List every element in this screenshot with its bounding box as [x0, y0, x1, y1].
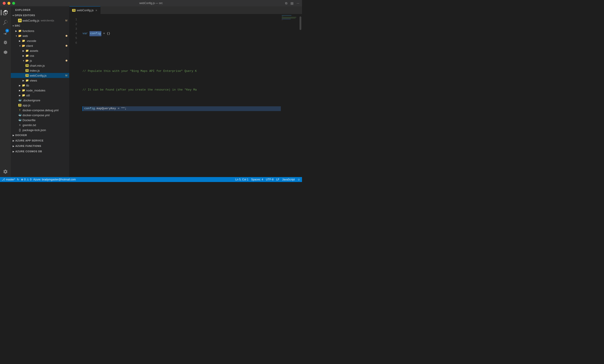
split-editor-icon[interactable]: ⧉ — [285, 1, 287, 5]
tree-dockerfile[interactable]: 🐳 Dockerfile — [11, 118, 69, 122]
webconfig-badge: M — [65, 74, 67, 77]
tab-js-icon: JS — [72, 9, 76, 12]
tree-app-js[interactable]: JS app.js — [11, 103, 69, 108]
status-language[interactable]: JavaScript — [282, 178, 295, 181]
activity-search[interactable] — [1, 18, 10, 27]
docker-section[interactable]: ▶ DOCKER — [11, 133, 69, 138]
client-arrow: ▾ — [18, 44, 22, 48]
tree-assets[interactable]: ▶ 📁 assets — [11, 48, 69, 53]
tree-util[interactable]: ▶ 📁 util — [11, 93, 69, 98]
tree-web[interactable]: ▾ 📂 web — [11, 33, 69, 38]
code-editor[interactable]: var config = {} // Populate this with yo… — [81, 14, 281, 177]
assign-empty: = {} — [101, 31, 110, 36]
activity-source-control[interactable]: 6 — [1, 28, 10, 37]
tab-close-button[interactable]: × — [95, 8, 98, 12]
azure-app-service-section[interactable]: ▶ AZURE APP SERVICE — [11, 138, 69, 143]
app-body: 6 Explorer ▾ Open Editors — [0, 6, 302, 177]
scrollbar-thumb[interactable] — [300, 16, 301, 30]
package-lock-icon: {} — [18, 128, 22, 132]
tree-node-modules[interactable]: ▶ 📁 node_modules — [11, 88, 69, 93]
app-js-icon: JS — [18, 103, 22, 107]
azure-func-label: AZURE FUNCTIONS — [15, 145, 41, 147]
docker-debug-icon: ! — [18, 108, 22, 112]
line-num-2: 2 — [69, 22, 77, 27]
azure-cosmos-label: AZURE COSMOS DB — [15, 150, 42, 153]
views-label: views — [30, 79, 37, 82]
lib-arrow: ▶ — [18, 84, 22, 87]
src-section[interactable]: ▾ SRC — [11, 23, 69, 28]
status-branch[interactable]: ⎇ master* — [2, 178, 15, 181]
more-actions-icon[interactable]: ··· — [297, 1, 299, 5]
maximize-button[interactable] — [12, 2, 15, 5]
util-folder-icon: 📁 — [22, 94, 25, 97]
azure-cosmos-section[interactable]: ▶ AZURE COSMOS DB — [11, 149, 69, 154]
src-label: SRC — [15, 24, 20, 27]
tree-dockerignore[interactable]: 🐳 .dockerignore — [11, 98, 69, 103]
open-editors-section[interactable]: ▾ Open Editors — [11, 12, 69, 18]
azure-cosmos-arrow: ▶ — [13, 150, 14, 153]
azure-app-arrow: ▶ — [13, 139, 14, 142]
tree-css[interactable]: ▶ 📁 css — [11, 53, 69, 58]
status-azure[interactable]: Azure: bradymgaster@hotmail.com — [33, 178, 76, 181]
tree-views[interactable]: ▶ 📁 views — [11, 78, 69, 83]
functions-folder-icon: 📁 — [18, 29, 22, 33]
js-badge — [66, 60, 67, 61]
activity-explorer[interactable] — [1, 8, 10, 17]
chart-js-label: chart.min.js — [30, 64, 45, 67]
activity-settings[interactable] — [1, 167, 10, 176]
activity-debug[interactable] — [1, 38, 10, 47]
status-position[interactable]: Ln 5, Col 1 — [235, 178, 248, 181]
editor-content[interactable]: 1 2 3 4 5 6 var config = {} // Populate … — [69, 14, 302, 177]
status-smiley[interactable]: ☺ — [298, 178, 300, 181]
traffic-lights[interactable] — [3, 2, 15, 5]
tree-webconfig-js[interactable]: JS webConfig.js M — [11, 73, 69, 78]
css-arrow: ▶ — [22, 54, 25, 57]
tree-lib[interactable]: ▶ 📁 lib — [11, 83, 69, 88]
titlebar-actions: ⧉ ▤ ··· — [285, 1, 299, 5]
assets-arrow: ▶ — [22, 49, 25, 52]
sync-icon: ↻ — [17, 178, 19, 181]
azure-functions-section[interactable]: ▶ AZURE FUNCTIONS — [11, 143, 69, 149]
tree-chart-min-js[interactable]: JS chart.min.js — [11, 63, 69, 68]
branch-icon: ⎇ — [2, 178, 5, 181]
editor-scrollbar[interactable] — [299, 14, 302, 177]
error-count: 0 — [24, 178, 26, 181]
tab-webconfig[interactable]: JS webConfig.js × — [69, 6, 101, 14]
position-label: Ln 5, Col 1 — [235, 178, 248, 181]
vscode-label: .vscode — [26, 39, 36, 43]
package-lock-label: package-lock.json — [23, 128, 46, 132]
tree-index-js[interactable]: JS index.js — [11, 68, 69, 73]
sidebar-header: Explorer — [11, 6, 69, 12]
client-label: client — [26, 44, 33, 48]
titlebar: webConfig.js — src ⧉ ▤ ··· — [0, 0, 302, 6]
comment-line-4: // It can be found (after you create the… — [83, 88, 197, 92]
dockerignore-label: .dockerignore — [23, 99, 40, 102]
status-sync[interactable]: ↻ — [17, 178, 19, 181]
status-errors[interactable]: ⊗ 0 ⚠ 0 — [21, 178, 31, 181]
tree-gremlin[interactable]: ≡ gremlin.txt — [11, 122, 69, 127]
tree-functions[interactable]: ▶ 📁 functions — [11, 28, 69, 33]
minimize-button[interactable] — [7, 2, 10, 5]
tree-docker-compose-debug[interactable]: ! docker-compose.debug.yml — [11, 108, 69, 113]
minimap-line-6 — [282, 20, 283, 20]
layout-icon[interactable]: ▤ — [290, 1, 293, 5]
open-file-name: webConfig.js — [23, 19, 39, 22]
client-folder-icon: 📂 — [22, 44, 25, 48]
tree-client[interactable]: ▾ 📂 client — [11, 43, 69, 48]
chart-js-icon: JS — [25, 64, 29, 67]
tab-bar: JS webConfig.js × — [69, 6, 302, 14]
status-spaces[interactable]: Spaces: 4 — [251, 178, 263, 181]
close-button[interactable] — [3, 2, 6, 5]
minimap-line-3 — [282, 17, 296, 18]
tree-docker-compose[interactable]: 🐳 docker-compose.yml — [11, 113, 69, 118]
tree-js[interactable]: ▾ 📂 js — [11, 58, 69, 63]
activity-extensions[interactable] — [1, 48, 10, 57]
open-file-webconfig[interactable]: JS webConfig.js web/client/js M — [11, 18, 69, 23]
docker-debug-label: docker-compose.debug.yml — [23, 109, 59, 112]
tree-package-lock[interactable]: {} package-lock.json — [11, 127, 69, 133]
minimap-line-2 — [282, 16, 283, 17]
status-encoding[interactable]: UTF-8 — [266, 178, 274, 181]
status-eol[interactable]: LF — [276, 178, 279, 181]
sidebar-content: ▾ Open Editors JS webConfig.js web/clien… — [11, 12, 69, 177]
tree-vscode[interactable]: ▶ 📁 .vscode — [11, 38, 69, 43]
